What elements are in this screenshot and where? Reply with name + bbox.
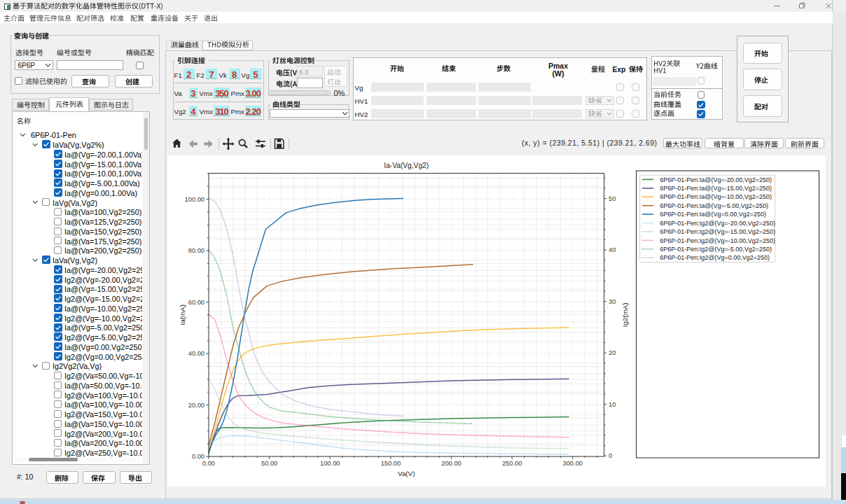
svg-text:0.00: 0.00 xyxy=(191,453,204,460)
svg-text:0.00: 0.00 xyxy=(202,460,214,467)
svg-text:150.00: 150.00 xyxy=(380,460,400,467)
svg-text:50.00: 50.00 xyxy=(261,460,277,467)
svg-text:6P6P-01-Pen:Ig2@(Vg=-15.00,Vg2: 6P6P-01-Pen:Ig2@(Vg=-15.00,Vg2=250) xyxy=(660,228,775,235)
svg-text:6P6P-01-Pen:Ia@(Vg=-5.00,Vg2=2: 6P6P-01-Pen:Ia@(Vg=-5.00,Vg2=250) xyxy=(660,202,768,209)
svg-text:6P6P-01-Pen:Ia@(Vg=-10.00,Vg2=: 6P6P-01-Pen:Ia@(Vg=-10.00,Vg2=250) xyxy=(660,193,772,200)
svg-text:6P6P-01-Pen:Ig2@(Vg=-10.00,Vg2: 6P6P-01-Pen:Ig2@(Vg=-10.00,Vg2=250) xyxy=(660,237,775,244)
svg-text:40: 40 xyxy=(609,246,616,253)
svg-text:20: 20 xyxy=(609,349,616,356)
svg-text:6P6P-01-Pen:Ig2@(Vg=-20.00,Vg2: 6P6P-01-Pen:Ig2@(Vg=-20.00,Vg2=250) xyxy=(660,219,775,226)
svg-text:30: 30 xyxy=(609,298,616,304)
svg-text:Ia-Va(Vg,Vg2): Ia-Va(Vg,Vg2) xyxy=(384,161,429,169)
svg-text:100.00: 100.00 xyxy=(320,460,340,467)
svg-text:Va(V): Va(V) xyxy=(398,469,415,477)
svg-text:0: 0 xyxy=(609,452,612,459)
svg-text:6P6P-01-Pen:Ia@(Vg=-20.00,Vg2=: 6P6P-01-Pen:Ia@(Vg=-20.00,Vg2=250) xyxy=(660,176,772,183)
svg-text:10: 10 xyxy=(609,400,616,407)
svg-text:6P6P-01-Pen:Ia@(Vg=0.00,Vg2=25: 6P6P-01-Pen:Ia@(Vg=0.00,Vg2=250) xyxy=(660,211,766,218)
svg-text:40.00: 40.00 xyxy=(188,350,204,357)
svg-text:100.00: 100.00 xyxy=(184,195,204,202)
svg-text:80.00: 80.00 xyxy=(188,247,204,254)
svg-text:20.00: 20.00 xyxy=(188,401,204,408)
svg-text:6P6P-01-Pen:Ia@(Vg=-15.00,Vg2=: 6P6P-01-Pen:Ia@(Vg=-15.00,Vg2=250) xyxy=(660,185,772,192)
svg-text:6P6P-01-Pen:Ig2@(Vg=0.00,Vg2=2: 6P6P-01-Pen:Ig2@(Vg=0.00,Vg2=250) xyxy=(660,254,770,261)
svg-text:250.00: 250.00 xyxy=(501,460,521,467)
svg-text:200.00: 200.00 xyxy=(441,460,461,467)
svg-text:60.00: 60.00 xyxy=(188,298,204,305)
svg-text:300.00: 300.00 xyxy=(562,460,582,467)
svg-text:6P6P-01-Pen:Ig2@(Vg=-5.00,Vg2=: 6P6P-01-Pen:Ig2@(Vg=-5.00,Vg2=250) xyxy=(660,245,772,252)
svg-text:Ia(mA): Ia(mA) xyxy=(179,304,186,325)
svg-text:Ig2(mA): Ig2(mA) xyxy=(620,302,628,327)
svg-text:50: 50 xyxy=(609,195,616,202)
